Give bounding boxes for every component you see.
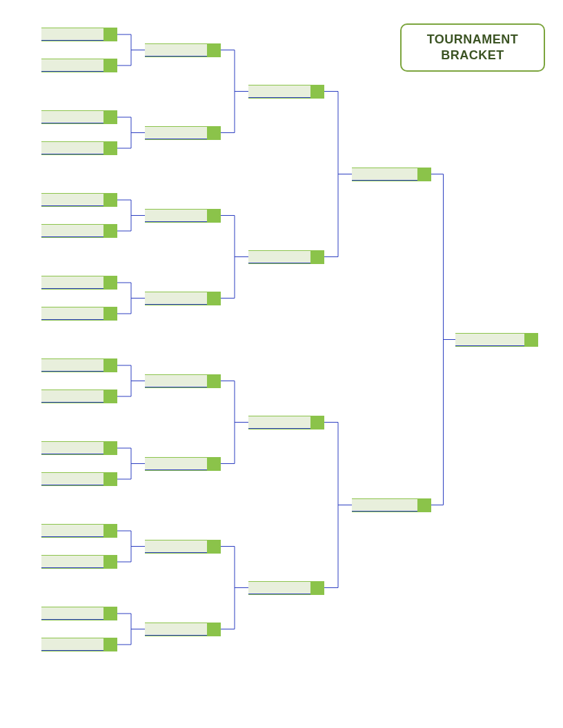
score-input[interactable] [207, 623, 221, 636]
team-input[interactable] [145, 44, 207, 57]
bracket-slot-r0-1[interactable] [41, 59, 117, 72]
team-input[interactable] [41, 607, 103, 620]
score-input[interactable] [417, 168, 431, 181]
bracket-slot-r3-1[interactable] [352, 498, 431, 512]
team-input[interactable] [41, 59, 103, 72]
score-input[interactable] [103, 28, 117, 41]
score-input[interactable] [103, 225, 117, 237]
bracket-slot-r0-5[interactable] [41, 224, 117, 238]
bracket-slot-r0-7[interactable] [41, 307, 117, 321]
score-input[interactable] [417, 499, 431, 512]
bracket-slot-r2-2[interactable] [248, 416, 324, 429]
bracket-slot-r1-3[interactable] [145, 292, 221, 305]
bracket-slot-r0-8[interactable] [41, 358, 117, 372]
team-input[interactable] [145, 540, 207, 553]
bracket-slot-r1-6[interactable] [145, 540, 221, 554]
team-input[interactable] [41, 390, 103, 403]
team-input[interactable] [41, 142, 103, 154]
score-input[interactable] [207, 210, 221, 222]
bracket-slot-r4-0[interactable] [455, 333, 538, 347]
score-input[interactable] [310, 582, 324, 594]
team-input[interactable] [145, 127, 207, 139]
score-input[interactable] [103, 142, 117, 154]
score-input[interactable] [103, 607, 117, 620]
team-input[interactable] [352, 499, 417, 512]
bracket-title: TOURNAMENT BRACKET [400, 23, 545, 72]
team-input[interactable] [41, 442, 103, 454]
score-input[interactable] [103, 390, 117, 403]
team-input[interactable] [145, 292, 207, 305]
team-input[interactable] [145, 458, 207, 470]
bracket-slot-r0-2[interactable] [41, 110, 117, 124]
score-input[interactable] [103, 194, 117, 206]
team-input[interactable] [41, 225, 103, 237]
team-input[interactable] [145, 623, 207, 636]
bracket-slot-r1-1[interactable] [145, 126, 221, 140]
score-input[interactable] [103, 638, 117, 651]
score-input[interactable] [207, 540, 221, 553]
team-input[interactable] [41, 638, 103, 651]
bracket-slot-r0-3[interactable] [41, 141, 117, 155]
team-input[interactable] [248, 416, 310, 429]
team-input[interactable] [41, 307, 103, 320]
bracket-slot-r1-2[interactable] [145, 209, 221, 223]
bracket-slot-r1-0[interactable] [145, 43, 221, 57]
bracket-slot-r2-1[interactable] [248, 250, 324, 264]
score-input[interactable] [103, 111, 117, 123]
bracket-slot-r0-9[interactable] [41, 390, 117, 403]
team-input[interactable] [145, 210, 207, 222]
score-input[interactable] [103, 442, 117, 454]
score-input[interactable] [207, 292, 221, 305]
team-input[interactable] [145, 375, 207, 387]
score-input[interactable] [103, 525, 117, 537]
score-input[interactable] [524, 334, 538, 346]
team-input[interactable] [41, 359, 103, 372]
team-input[interactable] [352, 168, 417, 181]
bracket-slot-r1-7[interactable] [145, 623, 221, 636]
bracket-slot-r0-4[interactable] [41, 193, 117, 207]
score-input[interactable] [207, 127, 221, 139]
bracket-slot-r3-0[interactable] [352, 168, 431, 181]
team-input[interactable] [41, 111, 103, 123]
bracket-slot-r2-3[interactable] [248, 581, 324, 595]
bracket-slot-r0-0[interactable] [41, 28, 117, 41]
score-input[interactable] [207, 375, 221, 387]
bracket-slot-r0-11[interactable] [41, 472, 117, 486]
team-input[interactable] [41, 194, 103, 206]
team-input[interactable] [41, 525, 103, 537]
team-input[interactable] [41, 556, 103, 568]
bracket-slot-r2-0[interactable] [248, 85, 324, 99]
team-input[interactable] [41, 28, 103, 41]
bracket-slot-r0-6[interactable] [41, 276, 117, 290]
team-input[interactable] [41, 276, 103, 289]
score-input[interactable] [103, 307, 117, 320]
team-input[interactable] [41, 473, 103, 485]
bracket-slot-r1-5[interactable] [145, 457, 221, 471]
team-input[interactable] [248, 85, 310, 98]
bracket-slot-r0-13[interactable] [41, 555, 117, 569]
bracket-slot-r0-14[interactable] [41, 607, 117, 620]
bracket-slot-r0-10[interactable] [41, 441, 117, 455]
bracket-title-text: TOURNAMENT BRACKET [402, 32, 544, 64]
score-input[interactable] [103, 556, 117, 568]
score-input[interactable] [103, 359, 117, 372]
score-input[interactable] [310, 85, 324, 98]
score-input[interactable] [103, 276, 117, 289]
score-input[interactable] [103, 473, 117, 485]
team-input[interactable] [248, 251, 310, 263]
score-input[interactable] [103, 59, 117, 72]
team-input[interactable] [455, 334, 524, 346]
team-input[interactable] [248, 582, 310, 594]
bracket-slot-r1-4[interactable] [145, 374, 221, 388]
score-input[interactable] [207, 44, 221, 57]
score-input[interactable] [310, 251, 324, 263]
bracket-slot-r0-12[interactable] [41, 524, 117, 538]
bracket-slot-r0-15[interactable] [41, 638, 117, 651]
score-input[interactable] [310, 416, 324, 429]
score-input[interactable] [207, 458, 221, 470]
